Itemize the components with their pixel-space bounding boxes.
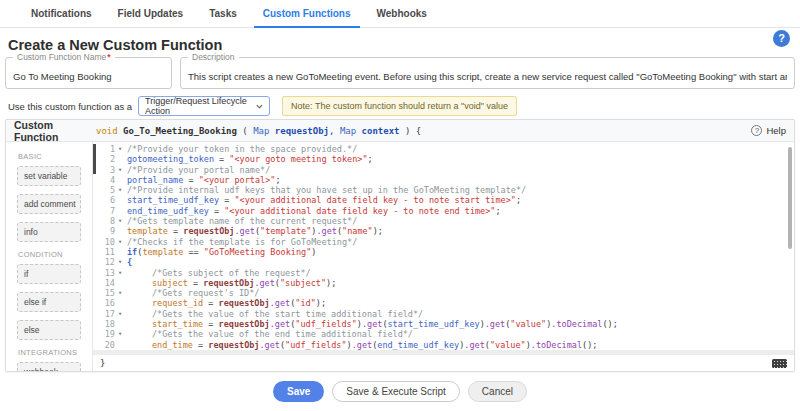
code-line-13[interactable]: 13▾/*Gets subject of the request*/ [93,268,794,278]
code-text: gotomeeting_token = "<your goto meeting … [125,154,373,164]
fold-arrow-icon[interactable]: ▾ [115,165,125,175]
line-number: 4 [93,175,115,185]
snippet-section-integrations: INTEGRATIONS [18,348,92,357]
code-token: "name" [342,226,373,236]
line-number: 7 [93,206,115,216]
snippet-info[interactable]: info [17,222,81,242]
fold-spacer [115,154,125,164]
code-line-14[interactable]: 14subject = requestObj.get("subject"); [93,278,794,288]
save-button[interactable]: Save [273,381,324,402]
code-token: requestObj [219,298,270,308]
fold-arrow-icon[interactable]: ▾ [115,268,125,278]
editor-panel-title: Custom Function [14,119,96,143]
keyboard-shortcuts-icon[interactable] [772,359,787,368]
fold-arrow-icon[interactable]: ▾ [115,329,125,339]
code-token: "<your additional date field key - to no… [224,206,495,216]
form-fields-row: Custom Function Name* Description [5,57,795,89]
snippet-if[interactable]: if [17,264,81,284]
code-text: if(template == "GoToMeeting Booking") [125,247,316,257]
fold-arrow-icon[interactable]: ▾ [115,288,125,298]
editor-body: BASICset variableadd commentinfoCONDITIO… [6,142,794,371]
code-line-17[interactable]: 17▾/*Gets the value of the start time ad… [93,309,794,319]
fold-arrow-icon[interactable]: ▾ [115,257,125,267]
fold-arrow-icon[interactable]: ▾ [115,309,125,319]
code-token: "GoToMeeting Booking" [204,247,311,257]
code-text: /*Provide internal udf keys that you hav… [125,185,526,195]
code-line-19[interactable]: 19▾/*Gets the value of the end time addi… [93,329,794,339]
code-line-10[interactable]: 10▾/*Checks if the template is for GoToM… [93,237,794,247]
code-line-11[interactable]: 11if(template == "GoToMeeting Booking") [93,247,794,257]
editor-left-grip[interactable] [93,144,96,174]
code-line-18[interactable]: 18start_time = requestObj.get("udf_field… [93,319,794,329]
usage-type-select[interactable]: Trigger/Request Lifecycle Action [138,96,270,116]
description-fieldbox: Description [180,57,795,89]
code-token: ; [495,206,500,216]
cancel-button[interactable]: Cancel [468,381,527,402]
code-line-20[interactable]: 20end_time = requestObj.get("udf_fields"… [93,340,794,350]
fold-arrow-icon[interactable]: ▾ [115,185,125,195]
fold-spacer [115,226,125,236]
code-line-8[interactable]: 8▾/*Gets template name of the current re… [93,216,794,226]
fold-arrow-icon[interactable]: ▾ [115,216,125,226]
code-token: = [219,195,234,205]
code-line-7[interactable]: 7end_time_udf_key = "<your additional da… [93,206,794,216]
save-execute-script-button[interactable]: Save & Execute Script [332,381,460,402]
code-token: ); [316,298,326,308]
custom-function-name-fieldbox: Custom Function Name* [5,57,172,89]
signature-token: requestObj [269,126,329,136]
fold-spacer [115,247,125,257]
code-line-15[interactable]: 15▾/*Gets request's ID*/ [93,288,794,298]
code-token: end_time_udf_key [377,340,459,350]
code-token: ) [311,247,316,257]
editor-help-link[interactable]: ? Help [751,125,786,136]
code-line-3[interactable]: 3▾/*Provide your portal name*/ [93,165,794,175]
code-line-1[interactable]: 1▾/*Provide your token in the space prov… [93,144,794,154]
code-line-16[interactable]: 16request_id = requestObj.get("id"); [93,298,794,308]
code-token: ; [275,175,280,185]
line-number: 11 [93,247,115,257]
tab-tasks[interactable]: Tasks [196,0,250,27]
code-token: requestObj [219,319,270,329]
snippet-add-comment[interactable]: add comment [17,194,81,214]
line-number: 2 [93,154,115,164]
snippet-webhook[interactable]: webhook [17,362,81,371]
fold-arrow-icon[interactable]: ▾ [115,144,125,154]
code-text: /*Gets template name of the current requ… [125,216,357,226]
custom-function-name-input[interactable] [6,58,171,88]
vertical-scrollbar[interactable] [788,147,792,249]
code-token: .toDecimal [551,319,602,329]
fold-spacer [115,340,125,350]
code-line-6[interactable]: 6start_time_udf_key = "<your additional … [93,195,794,205]
line-number: 16 [93,298,115,308]
tab-custom-functions[interactable]: Custom Functions [250,0,364,27]
code-line-4[interactable]: 4portal_name = "<your portal>"; [93,175,794,185]
code-token: end_time [152,340,193,350]
code-token: subject [152,278,188,288]
tab-notifications[interactable]: Notifications [18,0,105,27]
tab-webhooks[interactable]: Webhooks [364,0,440,27]
code-line-5[interactable]: 5▾/*Provide internal udf keys that you h… [93,185,794,195]
snippet-set-variable[interactable]: set variable [17,166,81,186]
line-number: 17 [93,309,115,319]
closing-brace: } [100,358,105,368]
snippet-section-basic: BASIC [18,152,92,161]
fold-arrow-icon[interactable]: ▾ [115,237,125,247]
code-text: /*Provide your portal name*/ [125,165,270,175]
code-token: = [168,226,183,236]
code-token: = [193,340,208,350]
snippet-else[interactable]: else [17,320,81,340]
code-editor[interactable]: 1▾/*Provide your token in the space prov… [93,142,794,350]
code-token: "value" [490,340,526,350]
fold-spacer [115,278,125,288]
code-line-12[interactable]: 12▾{ [93,257,794,267]
tab-field-updates[interactable]: Field Updates [105,0,197,27]
code-line-2[interactable]: 2gotomeeting_token = "<your goto meeting… [93,154,794,164]
code-token: .get [260,340,280,350]
snippet-else-if[interactable]: else if [17,292,81,312]
code-token: request_id [152,298,203,308]
page-help-icon[interactable]: ? [773,30,790,47]
code-line-9[interactable]: 9template = requestObj.get("template").g… [93,226,794,236]
description-input[interactable] [181,58,794,88]
usage-label: Use this custom function as a [8,101,132,112]
help-circle-icon: ? [751,125,762,136]
